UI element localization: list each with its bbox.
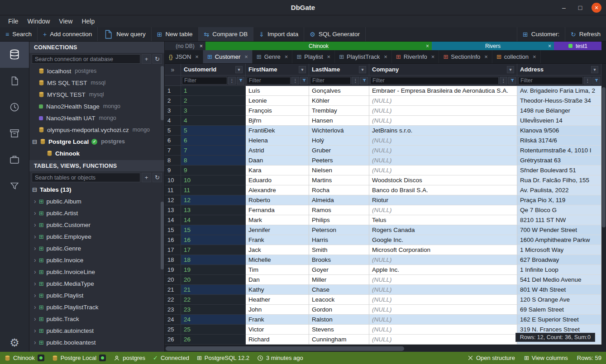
- tab-close-icon[interactable]: ×: [327, 54, 331, 60]
- firstname-cell[interactable]: Daan: [246, 156, 309, 165]
- firstname-cell[interactable]: Kathy: [246, 285, 309, 295]
- lastname-cell[interactable]: Nielsen: [309, 165, 369, 175]
- address-cell[interactable]: 801 W 4th Street: [517, 285, 601, 295]
- lastname-cell[interactable]: Miller: [309, 275, 369, 285]
- db-group-close-icon[interactable]: ×: [200, 43, 203, 49]
- customerid-cell[interactable]: 4: [181, 116, 246, 126]
- firstname-cell[interactable]: Heather: [246, 295, 309, 305]
- firstname-cell[interactable]: Tim: [246, 265, 309, 275]
- filter-menu-button[interactable]: ⋮: [228, 77, 236, 85]
- minimize-button[interactable]: –: [559, 3, 569, 13]
- company-cell[interactable]: Google Inc.: [369, 235, 517, 245]
- toolbar-new-table-button[interactable]: ⊞New table: [152, 27, 199, 41]
- firstname-cell[interactable]: Jennifer: [246, 225, 309, 235]
- company-cell[interactable]: (NULL): [369, 255, 517, 265]
- column-header-address[interactable]: Address▾: [517, 64, 601, 76]
- firstname-cell[interactable]: John: [246, 305, 309, 315]
- tab-close-icon[interactable]: ×: [195, 54, 199, 60]
- customerid-cell[interactable]: 26: [181, 335, 246, 345]
- activity-filter-button[interactable]: [0, 173, 29, 199]
- address-cell[interactable]: 1 Microsoft Way: [517, 245, 601, 255]
- toolbar-add-connection-button[interactable]: +Add connection: [38, 27, 98, 41]
- lastname-cell[interactable]: Brooks: [309, 255, 369, 265]
- customerid-cell[interactable]: 1: [181, 86, 246, 96]
- table-item-public-invoice[interactable]: ›⊞public.Invoice: [29, 254, 164, 266]
- filter-input-lastname[interactable]: [310, 77, 351, 85]
- filter-input-firstname[interactable]: [247, 77, 291, 85]
- lastname-cell[interactable]: Peeters: [309, 156, 369, 165]
- row-number-cell[interactable]: 7: [165, 146, 181, 156]
- lastname-cell[interactable]: Harris: [309, 235, 369, 245]
- lastname-cell[interactable]: Gruber: [309, 146, 369, 156]
- company-cell[interactable]: (NULL): [369, 146, 517, 156]
- toolbar-search-button[interactable]: ≡Search: [0, 27, 38, 41]
- customerid-cell[interactable]: 13: [181, 205, 246, 215]
- address-cell[interactable]: 8210 111 ST NW: [517, 215, 601, 225]
- customerid-cell[interactable]: 3: [181, 106, 246, 116]
- table-item-public-customer[interactable]: ›⊞public.Customer: [29, 219, 164, 231]
- company-cell[interactable]: (NULL): [369, 275, 517, 285]
- address-cell[interactable]: 120 S Orange Ave: [517, 295, 601, 305]
- connection-olympus-medportal-vychozi-cz[interactable]: olympus-medportal.vychozi.czmongo: [29, 124, 164, 136]
- address-cell[interactable]: 541 Del Medio Avenue: [517, 275, 601, 285]
- company-cell[interactable]: (NULL): [369, 285, 517, 295]
- lastname-cell[interactable]: Rocha: [309, 185, 369, 195]
- company-cell[interactable]: (NULL): [369, 315, 517, 325]
- menu-view[interactable]: View: [54, 15, 77, 27]
- filter-funnel-button[interactable]: [508, 77, 516, 85]
- row-number-cell[interactable]: 26: [165, 335, 181, 345]
- row-number-cell[interactable]: 25: [165, 325, 181, 335]
- address-cell[interactable]: Ullevĺlsveien 14: [517, 116, 601, 126]
- row-number-cell[interactable]: 23: [165, 305, 181, 315]
- column-dropdown-icon[interactable]: ▾: [507, 66, 514, 73]
- company-cell[interactable]: Apple Inc.: [369, 265, 517, 275]
- company-cell[interactable]: (NULL): [369, 96, 517, 106]
- customerid-cell[interactable]: 21: [181, 285, 246, 295]
- lastname-cell[interactable]: Ramos: [309, 205, 369, 215]
- tab-genre[interactable]: ⊞Genre×: [253, 50, 293, 63]
- filter-funnel-button[interactable]: [300, 77, 308, 85]
- table-item-public-mediatype[interactable]: ›⊞public.MediaType: [29, 278, 164, 289]
- tab-json[interactable]: {}JSON×: [165, 50, 203, 63]
- address-cell[interactable]: Klanova 9/506: [517, 126, 601, 136]
- company-cell[interactable]: (NULL): [369, 136, 517, 146]
- maximize-button[interactable]: □: [575, 3, 585, 13]
- address-cell[interactable]: Rotenturmstraße 4, 1010 I: [517, 146, 601, 156]
- tab-customer[interactable]: ⊞Customer×: [203, 50, 253, 63]
- tab-playlist[interactable]: ⊞Playlist×: [292, 50, 335, 63]
- firstname-cell[interactable]: Michelle: [246, 255, 309, 265]
- column-dropdown-icon[interactable]: ▾: [235, 66, 243, 73]
- tab-close-icon[interactable]: ×: [285, 54, 288, 60]
- column-header-lastname[interactable]: LastName▾: [309, 64, 369, 76]
- customerid-cell[interactable]: 8: [181, 156, 246, 165]
- activity-settings-button[interactable]: ⚙: [0, 336, 29, 349]
- filter-menu-button[interactable]: ⋮: [291, 77, 299, 85]
- status-open-structure[interactable]: Open structure: [468, 355, 515, 361]
- row-number-cell[interactable]: 3: [165, 106, 181, 116]
- connections-scrollbar[interactable]: [161, 66, 164, 120]
- row-number-cell[interactable]: 6: [165, 136, 181, 146]
- customerid-cell[interactable]: 10: [181, 175, 246, 185]
- company-cell[interactable]: (NULL): [369, 295, 517, 305]
- address-cell[interactable]: Praça Pio X, 119: [517, 195, 601, 205]
- grid-horizontal-scrollbar[interactable]: [165, 345, 606, 352]
- refresh-tables-button[interactable]: ↻: [153, 173, 162, 182]
- row-number-cell[interactable]: 4: [165, 116, 181, 126]
- address-cell[interactable]: Qe 7 Bloco G: [517, 205, 601, 215]
- customerid-cell[interactable]: 15: [181, 225, 246, 235]
- company-cell[interactable]: (NULL): [369, 205, 517, 215]
- grid-vscroll-thumb[interactable]: [602, 87, 606, 227]
- firstname-cell[interactable]: Kara: [246, 165, 309, 175]
- address-cell[interactable]: 1498 rue Bélanger: [517, 106, 601, 116]
- company-cell[interactable]: Embraer - Empresa Brasileira de Aeronáut…: [369, 86, 517, 96]
- row-number-cell[interactable]: 12: [165, 195, 181, 205]
- address-cell[interactable]: 1600 Amphitheatre Parkw: [517, 235, 601, 245]
- firstname-cell[interactable]: Astrid: [246, 146, 309, 156]
- refresh-connections-button[interactable]: ↻: [153, 54, 162, 64]
- customerid-cell[interactable]: 7: [181, 146, 246, 156]
- tables-group[interactable]: ⊟Tables (13): [29, 184, 164, 195]
- company-cell[interactable]: Banco do Brasil S.A.: [369, 185, 517, 195]
- firstname-cell[interactable]: Alexandre: [246, 185, 309, 195]
- lastname-cell[interactable]: Hansen: [309, 116, 369, 126]
- lastname-cell[interactable]: Ralston: [309, 315, 369, 325]
